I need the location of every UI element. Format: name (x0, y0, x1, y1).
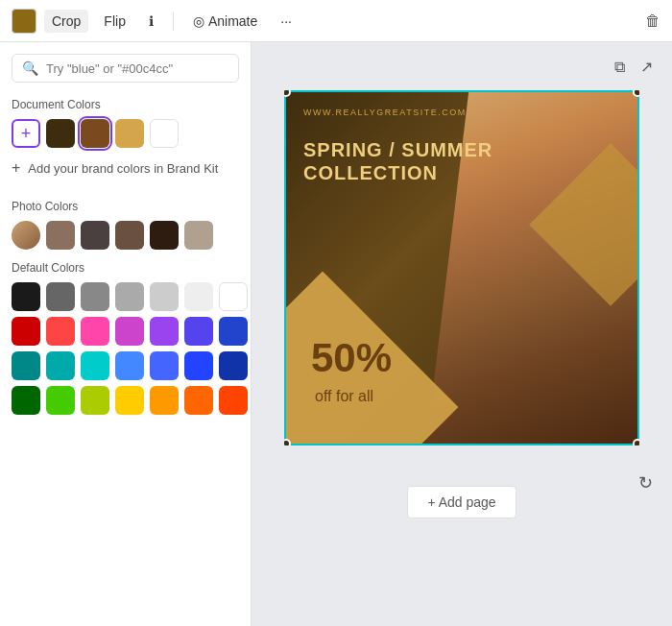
copy-button[interactable]: ⧉ (611, 54, 629, 80)
add-page-label: + Add page (427, 494, 495, 510)
color-yellow[interactable] (115, 386, 144, 415)
doc-swatch-gold[interactable] (115, 119, 144, 148)
left-panel: 🔍 Document Colors + + Add your brand col… (0, 42, 252, 626)
toolbar: Crop Flip ℹ ◎ Animate ··· 🗑 (0, 0, 672, 42)
photo-swatch-med-brown-gray[interactable] (115, 221, 144, 250)
add-color-button[interactable]: + (12, 119, 40, 148)
crop-button[interactable]: Crop (44, 10, 88, 33)
color-dark-blue[interactable] (219, 317, 248, 346)
animate-button[interactable]: ◎ Animate (185, 10, 265, 33)
color-black[interactable] (12, 282, 40, 311)
export-icon: ↗ (640, 59, 653, 75)
color-bright-green[interactable] (46, 386, 75, 415)
doc-swatch-medium-brown[interactable] (81, 119, 109, 148)
color-white[interactable] (219, 282, 248, 311)
color-violet[interactable] (150, 317, 179, 346)
doc-swatch-white[interactable] (150, 119, 179, 148)
color-magenta[interactable] (115, 317, 144, 346)
photo-swatch-light-gray-brown[interactable] (184, 221, 213, 250)
color-hot-pink[interactable] (81, 317, 109, 346)
export-button[interactable]: ↗ (636, 54, 657, 80)
default-colors-label: Default Colors (12, 261, 239, 275)
canvas-area: ⧉ ↗ WWW.REALLYGREATSITE.COM SPRING / SUM… (252, 42, 672, 626)
photo-swatch-dark-gray[interactable] (81, 221, 109, 250)
rotate-button[interactable]: ↻ (638, 472, 653, 494)
color-blue-violet[interactable] (184, 317, 213, 346)
color-medium-blue[interactable] (150, 351, 179, 380)
flip-button[interactable]: Flip (96, 10, 133, 33)
info-button[interactable]: ℹ (141, 10, 161, 33)
more-button[interactable]: ··· (273, 10, 300, 33)
toolbar-color-swatch[interactable] (12, 9, 36, 34)
canvas-discount-text: 50% (311, 338, 392, 378)
color-yellow-green[interactable] (81, 386, 109, 415)
animate-icon: ◎ (193, 13, 204, 29)
photo-swatch-skin[interactable] (12, 221, 40, 250)
brand-kit-label: Add your brand colors in Brand Kit (28, 161, 218, 176)
search-icon: 🔍 (22, 60, 38, 76)
search-input[interactable] (46, 61, 228, 76)
copy-icon: ⧉ (614, 59, 625, 75)
brand-kit-plus-icon: + (12, 159, 20, 177)
color-dark-gray[interactable] (46, 282, 75, 311)
brand-kit-link[interactable]: + Add your brand colors in Brand Kit (12, 156, 239, 181)
color-light-gray[interactable] (115, 282, 144, 311)
color-very-light-gray[interactable] (150, 282, 179, 311)
document-colors-label: Document Colors (12, 98, 239, 111)
document-swatches-row: + (12, 119, 239, 148)
canvas-top-icons: ⧉ ↗ (611, 54, 657, 80)
info-icon: ℹ (149, 13, 154, 29)
rotate-icon: ↻ (638, 473, 653, 493)
color-blue[interactable] (184, 351, 213, 380)
canvas-title-line1: SPRING / SUMMER (303, 139, 492, 160)
canvas-off-text: off for all (315, 388, 373, 405)
default-colors-grid (12, 282, 239, 415)
animate-label: Animate (208, 13, 257, 29)
color-dark-teal[interactable] (12, 351, 40, 380)
color-cyan[interactable] (81, 351, 109, 380)
photo-swatch-warm-gray[interactable] (46, 221, 75, 250)
color-navy[interactable] (219, 351, 248, 380)
color-dark-green[interactable] (12, 386, 40, 415)
canvas-title-text: SPRING / SUMMER COLLECTION (303, 138, 492, 184)
crop-label: Crop (52, 13, 81, 29)
color-near-white[interactable] (184, 282, 213, 311)
color-red[interactable] (12, 317, 40, 346)
doc-swatch-dark-brown[interactable] (46, 119, 75, 148)
design-canvas[interactable]: WWW.REALLYGREATSITE.COM SPRING / SUMMER … (284, 90, 639, 445)
main-layout: 🔍 Document Colors + + Add your brand col… (0, 42, 672, 626)
more-icon: ··· (280, 13, 292, 29)
color-amber[interactable] (150, 386, 179, 415)
color-sky-blue[interactable] (115, 351, 144, 380)
color-orange[interactable] (184, 386, 213, 415)
color-med-gray[interactable] (81, 282, 109, 311)
add-page-bar[interactable]: + Add page (407, 486, 516, 518)
photo-colors-label: Photo Colors (12, 200, 239, 213)
trash-button[interactable]: 🗑 (645, 12, 660, 30)
canvas-website-text: WWW.REALLYGREATSITE.COM (303, 108, 467, 117)
search-bar: 🔍 (12, 54, 239, 83)
toolbar-separator (173, 12, 174, 31)
color-bright-red[interactable] (46, 317, 75, 346)
color-red-orange[interactable] (219, 386, 248, 415)
photo-swatch-very-dark-brown[interactable] (150, 221, 179, 250)
trash-icon: 🗑 (645, 12, 660, 29)
flip-label: Flip (104, 13, 126, 29)
photo-swatches-row (12, 221, 239, 250)
color-teal[interactable] (46, 351, 75, 380)
canvas-title-line2: COLLECTION (303, 162, 438, 183)
